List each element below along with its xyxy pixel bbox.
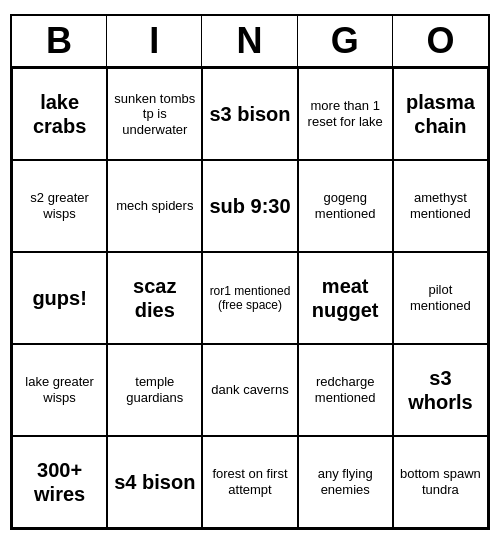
bingo-cell-r3c2[interactable]: dank caverns <box>202 344 297 436</box>
bingo-cell-r2c4[interactable]: pilot mentioned <box>393 252 488 344</box>
bingo-cell-r2c3[interactable]: meat nugget <box>298 252 393 344</box>
letter-b: B <box>12 16 107 66</box>
bingo-card: B I N G O lake crabssunken tombs tp is u… <box>10 14 490 530</box>
bingo-grid: lake crabssunken tombs tp is underwaters… <box>12 68 488 528</box>
letter-n: N <box>202 16 297 66</box>
bingo-cell-r0c4[interactable]: plasma chain <box>393 68 488 160</box>
bingo-cell-r4c1[interactable]: s4 bison <box>107 436 202 528</box>
bingo-cell-r1c0[interactable]: s2 greater wisps <box>12 160 107 252</box>
bingo-cell-r0c2[interactable]: s3 bison <box>202 68 297 160</box>
bingo-cell-r4c3[interactable]: any flying enemies <box>298 436 393 528</box>
bingo-cell-r0c3[interactable]: more than 1 reset for lake <box>298 68 393 160</box>
bingo-cell-r0c1[interactable]: sunken tombs tp is underwater <box>107 68 202 160</box>
bingo-cell-r2c0[interactable]: gups! <box>12 252 107 344</box>
bingo-cell-r1c2[interactable]: sub 9:30 <box>202 160 297 252</box>
bingo-cell-r2c1[interactable]: scaz dies <box>107 252 202 344</box>
bingo-cell-r3c4[interactable]: s3 whorls <box>393 344 488 436</box>
letter-i: I <box>107 16 202 66</box>
bingo-cell-r3c3[interactable]: redcharge mentioned <box>298 344 393 436</box>
bingo-cell-r3c0[interactable]: lake greater wisps <box>12 344 107 436</box>
letter-o: O <box>393 16 488 66</box>
bingo-cell-r1c4[interactable]: amethyst mentioned <box>393 160 488 252</box>
bingo-header: B I N G O <box>12 16 488 68</box>
bingo-cell-r1c1[interactable]: mech spiders <box>107 160 202 252</box>
letter-g: G <box>298 16 393 66</box>
bingo-cell-r1c3[interactable]: gogeng mentioned <box>298 160 393 252</box>
bingo-cell-r2c2[interactable]: ror1 mentioned (free space) <box>202 252 297 344</box>
bingo-cell-r4c4[interactable]: bottom spawn tundra <box>393 436 488 528</box>
bingo-cell-r4c0[interactable]: 300+ wires <box>12 436 107 528</box>
bingo-cell-r4c2[interactable]: forest on first attempt <box>202 436 297 528</box>
bingo-cell-r0c0[interactable]: lake crabs <box>12 68 107 160</box>
bingo-cell-r3c1[interactable]: temple guardians <box>107 344 202 436</box>
